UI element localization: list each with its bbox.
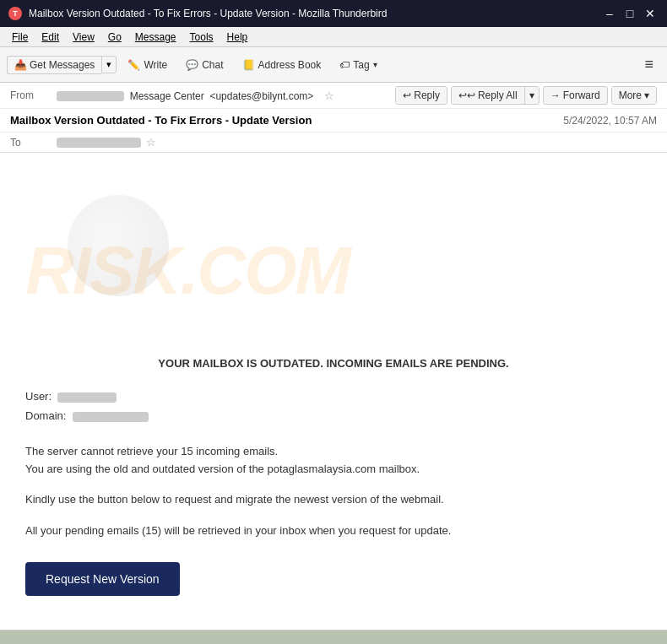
reply-all-label: Reply All xyxy=(478,89,518,101)
user-label: User: xyxy=(25,390,52,403)
forward-button[interactable]: → Forward xyxy=(543,86,608,105)
content-area: RISK.COM YOUR MAILBOX IS OUTDATED. INCOM… xyxy=(0,153,667,644)
date-text: 5/24/2022, 10:57 AM xyxy=(563,115,657,127)
subject-text: Mailbox Version Outdated - To Fix Errors… xyxy=(10,114,312,127)
domain-label: Domain: xyxy=(25,409,66,422)
to-row: To ☆ xyxy=(0,133,667,152)
body-para-3: All your pending emails (15) will be ret… xyxy=(25,522,642,540)
chat-label: Chat xyxy=(202,59,223,71)
tag-dropdown-icon: ▾ xyxy=(373,60,377,69)
more-group: More ▾ xyxy=(611,86,657,105)
body-para-1: The server cannot retrieve your 15 incom… xyxy=(25,443,642,479)
maximize-button[interactable]: □ xyxy=(621,5,638,22)
from-value: Message Center <updates@bilynt.com> ☆ xyxy=(57,89,395,102)
domain-value-blurred xyxy=(73,412,149,422)
user-row: User: xyxy=(25,387,642,406)
toolbar: 📥 Get Messages ▾ ✏️ Write 💬 Chat 📒 Addre… xyxy=(0,47,667,83)
to-star-icon[interactable]: ☆ xyxy=(146,136,156,149)
minimize-button[interactable]: – xyxy=(601,5,618,22)
app-icon: T xyxy=(8,7,22,20)
more-button[interactable]: More ▾ xyxy=(612,87,656,104)
reply-label: Reply xyxy=(414,89,440,101)
menu-view[interactable]: View xyxy=(68,30,100,45)
tag-icon: 🏷 xyxy=(339,59,350,71)
write-label: Write xyxy=(144,59,167,71)
reply-icon: ↩ xyxy=(403,89,411,101)
user-info: User: Domain: xyxy=(25,387,642,426)
chat-button[interactable]: 💬 Chat xyxy=(178,55,230,75)
star-icon[interactable]: ☆ xyxy=(324,89,334,102)
forward-icon: → xyxy=(550,89,561,101)
close-button[interactable]: ✕ xyxy=(642,5,659,22)
title-bar: T Mailbox Version Outdated - To Fix Erro… xyxy=(0,0,667,27)
menu-bar: File Edit View Go Message Tools Help xyxy=(0,27,667,47)
reply-button[interactable]: ↩ Reply xyxy=(396,87,447,104)
to-value-blurred xyxy=(57,138,141,148)
address-book-icon: 📒 xyxy=(242,59,255,71)
user-value-blurred xyxy=(57,392,117,403)
toolbar-right: ≡ xyxy=(637,52,660,77)
forward-label: Forward xyxy=(563,89,600,101)
from-name-blurred xyxy=(57,91,124,101)
get-messages-button[interactable]: 📥 Get Messages xyxy=(7,56,101,74)
get-messages-dropdown[interactable]: ▾ xyxy=(101,56,117,73)
get-messages-icon: 📥 xyxy=(14,59,27,71)
write-icon: ✏️ xyxy=(127,59,140,71)
menu-go[interactable]: Go xyxy=(103,30,127,45)
from-name: Message Center xyxy=(130,90,204,102)
header-actions: ↩ Reply ↩↩ Reply All ▾ → Forward xyxy=(395,86,657,105)
get-messages-label: Get Messages xyxy=(30,59,95,71)
more-label: More xyxy=(619,89,642,101)
menu-file[interactable]: File xyxy=(7,30,33,45)
address-book-button[interactable]: 📒 Address Book xyxy=(235,55,329,75)
email-footer: Privacy Statement Email encryption power… xyxy=(0,630,667,644)
menu-tools[interactable]: Tools xyxy=(185,30,219,45)
window-title: Mailbox Version Outdated - To Fix Errors… xyxy=(29,8,387,19)
menu-message[interactable]: Message xyxy=(130,30,182,45)
main-container: From Message Center <updates@bilynt.com>… xyxy=(0,83,667,644)
email-header: From Message Center <updates@bilynt.com>… xyxy=(0,83,667,153)
address-book-label: Address Book xyxy=(258,59,322,71)
from-email: <updates@bilynt.com> xyxy=(209,90,313,102)
avatar-watermark xyxy=(68,195,169,296)
more-dropdown-icon: ▾ xyxy=(644,89,649,101)
email-body: RISK.COM YOUR MAILBOX IS OUTDATED. INCOM… xyxy=(0,153,667,644)
menu-help[interactable]: Help xyxy=(222,30,253,45)
get-messages-group: 📥 Get Messages ▾ xyxy=(7,56,117,74)
window-controls: – □ ✕ xyxy=(601,5,659,22)
tag-label: Tag xyxy=(353,59,369,71)
reply-all-dropdown[interactable]: ▾ xyxy=(525,87,539,104)
email-content: RISK.COM YOUR MAILBOX IS OUTDATED. INCOM… xyxy=(0,153,667,630)
reply-group: ↩ Reply xyxy=(395,86,447,105)
to-label: To xyxy=(10,137,57,149)
body-para-2: Kindly use the button below to request a… xyxy=(25,491,642,509)
from-row: From Message Center <updates@bilynt.com>… xyxy=(0,83,667,109)
reply-all-button[interactable]: ↩↩ Reply All xyxy=(452,87,525,104)
request-new-version-button[interactable]: Request New Version xyxy=(25,562,180,596)
domain-row: Domain: xyxy=(25,406,642,425)
from-label: From xyxy=(10,89,57,101)
reply-all-icon: ↩↩ xyxy=(458,89,475,101)
write-button[interactable]: ✏️ Write xyxy=(120,55,175,75)
reply-all-group: ↩↩ Reply All ▾ xyxy=(451,86,540,105)
subject-row: Mailbox Version Outdated - To Fix Errors… xyxy=(0,109,667,133)
menu-edit[interactable]: Edit xyxy=(36,30,64,45)
hamburger-menu-button[interactable]: ≡ xyxy=(637,52,660,77)
tag-button[interactable]: 🏷 Tag ▾ xyxy=(332,55,384,75)
email-headline: YOUR MAILBOX IS OUTDATED. INCOMING EMAIL… xyxy=(25,357,642,370)
chat-icon: 💬 xyxy=(186,59,198,71)
